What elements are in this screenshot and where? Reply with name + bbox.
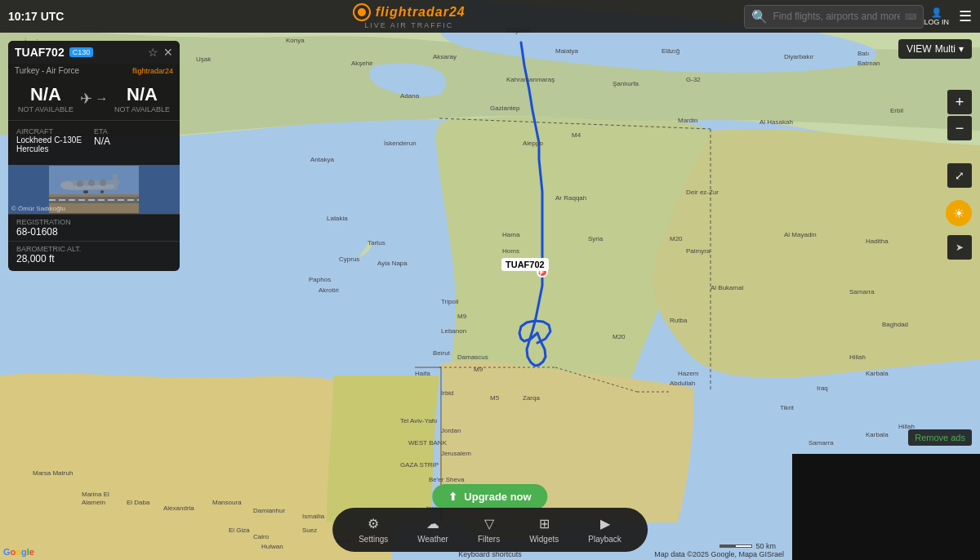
keyboard-shortcuts[interactable]: Keyboard shortcuts [458, 550, 522, 558]
svg-text:İskenderun: İskenderun [384, 140, 416, 147]
svg-text:Zarqa: Zarqa [523, 394, 540, 402]
toolbar-playback[interactable]: ▶ Playback [575, 513, 635, 547]
origin-code: N/A [18, 84, 74, 105]
login-label: LOG IN [924, 18, 949, 26]
weather-layer-button[interactable]: ☀ [946, 200, 972, 226]
star-button[interactable]: ☆ [148, 46, 158, 59]
aircraft-eta-row: AIRCRAFT Lockheed C-130E Hercules ETA N/… [16, 127, 172, 153]
flight-type-badge: C130 [69, 47, 94, 57]
svg-text:Tikrit: Tikrit [780, 404, 795, 411]
flight-callsign: TUAF702 [15, 46, 65, 59]
svg-text:Karbala: Karbala [866, 431, 889, 438]
weather-label: Weather [417, 535, 448, 544]
map-container[interactable]: ✈ Kayseri Konya İzmir Manisa Uşak Akşehi… [0, 0, 980, 560]
svg-text:Homs: Homs [502, 247, 519, 255]
svg-point-109 [100, 190, 104, 193]
menu-button[interactable]: ☰ [959, 7, 972, 25]
map-attribution: Map data ©2025 Google, Mapa GISrael [654, 550, 784, 558]
fr24-badge: flightradar24 [132, 67, 173, 75]
svg-text:Cyprus: Cyprus [339, 256, 359, 263]
plane-icon: ✈ [80, 90, 92, 108]
aircraft-photo: © Ömür Sadıkoğlu [8, 165, 180, 214]
svg-text:Samarra: Samarra [808, 439, 834, 447]
svg-text:Al Bukamal: Al Bukamal [710, 284, 744, 291]
svg-text:Abdullah: Abdullah [670, 380, 695, 387]
remove-ads-button[interactable]: Remove ads [908, 429, 972, 446]
svg-text:Mardin: Mardin [678, 117, 697, 124]
sun-icon: ☀ [953, 206, 964, 221]
baro-value: 28,000 ft [16, 253, 172, 264]
toolbar-filters[interactable]: ▽ Filters [465, 513, 513, 547]
svg-text:G-32: G-32 [686, 76, 701, 83]
svg-text:Baghdad: Baghdad [882, 321, 908, 328]
svg-text:M9: M9 [457, 313, 467, 320]
locate-icon: ➤ [956, 242, 964, 253]
toolbar-settings[interactable]: ⚙ Settings [345, 513, 401, 547]
toolbar-weather[interactable]: ☁ Weather [404, 513, 461, 547]
upgrade-label: Upgrade now [464, 491, 531, 503]
svg-text:Gaziantep: Gaziantep [490, 104, 520, 112]
zoom-out-button[interactable]: − [947, 116, 972, 140]
svg-text:Haditha: Haditha [866, 238, 889, 245]
svg-text:Mansoura: Mansoura [212, 499, 242, 506]
svg-text:Antakya: Antakya [310, 156, 334, 163]
logo-area: flightradar24 LIVE AIR TRAFFIC [74, 3, 744, 29]
view-button[interactable]: VIEW Multi ▾ [898, 39, 972, 59]
svg-text:Diyarbakır: Diyarbakır [784, 53, 814, 60]
svg-text:Lebanon: Lebanon [441, 327, 466, 335]
registration-section: REGISTRATION 68-01608 [8, 214, 180, 241]
svg-text:Elâzığ: Elâzığ [662, 47, 679, 55]
svg-text:Palmyra: Palmyra [686, 247, 710, 255]
search-input[interactable] [773, 11, 900, 22]
aircraft-label: AIRCRAFT [16, 127, 94, 136]
route-arrow: ✈ → [80, 90, 109, 108]
location-button[interactable]: ➤ [947, 235, 972, 260]
svg-point-107 [100, 180, 106, 186]
svg-text:Al Hasakah: Al Hasakah [760, 118, 793, 126]
svg-text:Jerusalem: Jerusalem [441, 450, 471, 457]
svg-text:Kahramanmaraş: Kahramanmaraş [506, 76, 555, 83]
scale-bar: 50 km [719, 542, 776, 550]
svg-text:Tel Aviv-Yafo: Tel Aviv-Yafo [400, 417, 438, 424]
flight-panel: TUAF702 C130 ☆ ✕ Turkey - Air Force flig… [8, 41, 180, 271]
close-button[interactable]: ✕ [163, 46, 173, 59]
upgrade-button[interactable]: ⬆ Upgrade now [432, 484, 547, 509]
svg-text:Marina El: Marina El [82, 491, 109, 498]
svg-text:Batman: Batman [858, 60, 880, 67]
svg-text:Suez: Suez [302, 527, 317, 534]
svg-text:Aleppo: Aleppo [523, 140, 543, 147]
svg-text:Latakia: Latakia [327, 215, 348, 222]
svg-text:Uşak: Uşak [196, 56, 212, 63]
svg-text:Ayia Napa: Ayia Napa [377, 260, 408, 267]
svg-point-108 [83, 190, 88, 193]
svg-text:Iraq: Iraq [817, 384, 828, 392]
expand-button[interactable]: ⤢ [947, 163, 972, 188]
settings-icon: ⚙ [368, 516, 379, 531]
login-button[interactable]: 👤 LOG IN [924, 7, 949, 26]
svg-text:Irbid: Irbid [441, 389, 454, 397]
arrow-icon: → [96, 91, 109, 106]
view-label: VIEW [906, 43, 932, 55]
search-box[interactable]: 🔍 ⌨ [744, 5, 924, 29]
settings-label: Settings [359, 535, 388, 544]
eta-label: ETA [94, 127, 172, 136]
svg-text:Hama: Hama [502, 231, 520, 238]
origin-airport: N/A NOT AVAILABLE [18, 84, 74, 113]
flight-airline: Turkey - Air Force flightradar24 [8, 64, 180, 78]
widgets-icon: ⊞ [539, 516, 550, 531]
svg-text:Beirut: Beirut [433, 349, 451, 357]
aircraft-detail: AIRCRAFT Lockheed C-130E Hercules [16, 127, 94, 153]
weather-icon: ☁ [426, 516, 439, 531]
eta-detail: ETA N/A [94, 127, 172, 153]
svg-text:Syria: Syria [588, 235, 604, 242]
zoom-in-button[interactable]: + [947, 90, 972, 114]
dest-code: N/A [114, 84, 170, 105]
ad-area [792, 454, 980, 560]
svg-text:Deir ez-Zur: Deir ez-Zur [686, 189, 719, 196]
toolbar-widgets[interactable]: ⊞ Widgets [516, 513, 572, 547]
panel-header: TUAF702 C130 ☆ ✕ [8, 41, 180, 64]
zoom-controls: + − [947, 90, 972, 140]
svg-text:Aksaray: Aksaray [433, 53, 457, 60]
svg-text:GAZA STRIP: GAZA STRIP [400, 461, 439, 469]
svg-rect-102 [109, 180, 120, 184]
